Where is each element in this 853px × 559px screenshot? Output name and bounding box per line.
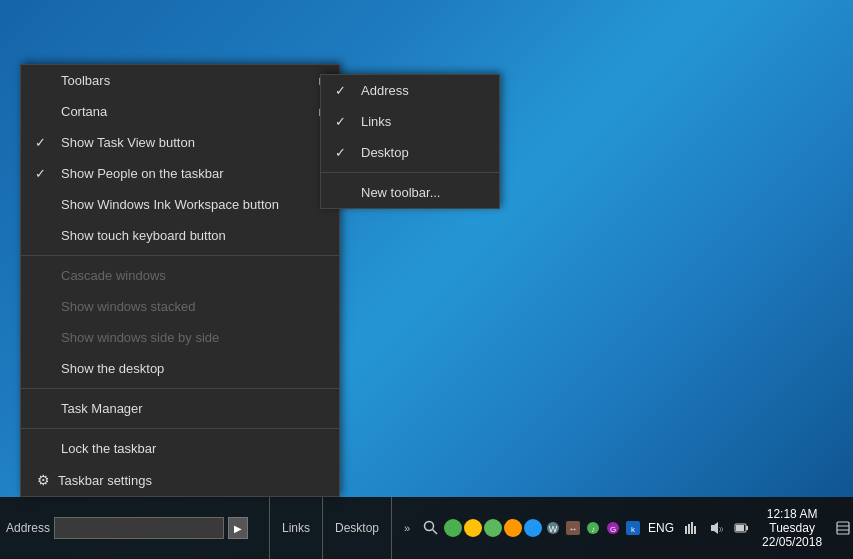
svg-text:)))): )))) [719,526,723,532]
menu-item-ink[interactable]: Show Windows Ink Workspace button [21,189,339,220]
task-manager-label: Task Manager [61,401,143,416]
clock-date: 22/05/2018 [762,535,822,549]
tray-icon-9[interactable]: G [604,519,622,537]
submenu-item-address[interactable]: Address [321,75,499,106]
svg-rect-12 [685,526,687,534]
menu-item-side-by-side: Show windows side by side [21,322,339,353]
taskbar-search-icon[interactable] [420,517,442,539]
tray-icon-6[interactable]: W [544,519,562,537]
tray-icon-4[interactable] [504,519,522,537]
submenu-item-new-toolbar[interactable]: New toolbar... [321,177,499,208]
tray-icon-3[interactable] [484,519,502,537]
submenu-separator [321,172,499,173]
svg-marker-16 [711,522,718,534]
search-icon [423,520,439,536]
separator-1 [21,255,339,256]
menu-item-people[interactable]: Show People on the taskbar [21,158,339,189]
gear-icon: ⚙ [37,472,50,488]
menu-item-lock-taskbar[interactable]: Lock the taskbar [21,433,339,464]
separator-2 [21,388,339,389]
language-text: ENG [648,521,674,535]
address-go-button[interactable]: ▶ [228,517,248,539]
tray-icon-8[interactable]: ♪ [584,519,602,537]
overflow-chevron-icon: » [404,522,410,534]
system-clock[interactable]: 12:18 AM Tuesday 22/05/2018 [754,497,830,559]
taskbar-context-menu: Toolbars Cortana Show Task View button S… [20,64,340,497]
system-icons: )))) [680,517,752,539]
menu-item-touch-keyboard[interactable]: Show touch keyboard button [21,220,339,251]
svg-point-0 [425,522,434,531]
svg-rect-21 [837,522,849,534]
action-center-icon[interactable] [832,517,853,539]
menu-item-toolbars[interactable]: Toolbars [21,65,339,96]
network-icon[interactable] [680,517,702,539]
tray-icon-10[interactable]: k [624,519,642,537]
new-toolbar-label: New toolbar... [361,185,441,200]
desktop-submenu-label: Desktop [361,145,409,160]
svg-text:↔: ↔ [569,524,578,534]
people-label: Show People on the taskbar [61,166,224,181]
ink-label: Show Windows Ink Workspace button [61,197,279,212]
submenu-item-links[interactable]: Links [321,106,499,137]
clock-time: 12:18 AM [767,507,818,521]
stacked-label: Show windows stacked [61,299,195,314]
desktop-toolbar-section[interactable]: Desktop [323,497,392,559]
menu-item-task-manager[interactable]: Task Manager [21,393,339,424]
address-input[interactable] [54,517,224,539]
tray-overflow-button[interactable]: » [396,517,418,539]
address-toolbar: Address ▶ [0,497,270,559]
links-toolbar-label: Links [282,521,310,535]
tray-icons-row1 [444,519,542,537]
svg-text:G: G [610,525,616,534]
volume-icon[interactable]: )))) [705,517,727,539]
address-submenu-label: Address [361,83,409,98]
task-view-label: Show Task View button [61,135,195,150]
clock-day: Tuesday [769,521,815,535]
cortana-label: Cortana [61,104,107,119]
tray-icon-5[interactable] [524,519,542,537]
menu-item-taskbar-settings[interactable]: ⚙ Taskbar settings [21,464,339,496]
desktop-toolbar-label: Desktop [335,521,379,535]
svg-line-1 [433,530,438,535]
menu-item-cortana[interactable]: Cortana [21,96,339,127]
svg-text:♪: ♪ [591,525,595,534]
svg-rect-14 [691,522,693,534]
svg-rect-13 [688,524,690,534]
tray-icon-1[interactable] [444,519,462,537]
side-by-side-label: Show windows side by side [61,330,219,345]
taskbar: Address ▶ Links Desktop » [0,497,853,559]
cascade-label: Cascade windows [61,268,166,283]
submenu-item-desktop[interactable]: Desktop [321,137,499,168]
links-submenu-label: Links [361,114,391,129]
svg-rect-19 [746,526,748,530]
tray-icons-row2: W ↔ ♪ G k [544,519,642,537]
show-desktop-label: Show the desktop [61,361,164,376]
lock-taskbar-label: Lock the taskbar [61,441,156,456]
separator-3 [21,428,339,429]
toolbars-label: Toolbars [61,73,110,88]
menu-item-cascade: Cascade windows [21,260,339,291]
svg-rect-15 [694,526,696,534]
menu-item-task-view[interactable]: Show Task View button [21,127,339,158]
tray-icon-2[interactable] [464,519,482,537]
tray-icon-taskbar-7[interactable]: ↔ [564,519,582,537]
menu-item-show-desktop[interactable]: Show the desktop [21,353,339,384]
battery-icon[interactable] [730,517,752,539]
links-toolbar-section[interactable]: Links [270,497,323,559]
touch-keyboard-label: Show touch keyboard button [61,228,226,243]
system-tray: » W ↔ ♪ [392,497,853,559]
toolbars-submenu: Address Links Desktop New toolbar... [320,74,500,209]
svg-rect-20 [736,525,744,531]
address-toolbar-label: Address [6,521,50,535]
taskbar-settings-label: Taskbar settings [58,473,152,488]
svg-text:W: W [549,524,558,534]
menu-item-stacked: Show windows stacked [21,291,339,322]
language-indicator[interactable]: ENG [644,521,678,535]
